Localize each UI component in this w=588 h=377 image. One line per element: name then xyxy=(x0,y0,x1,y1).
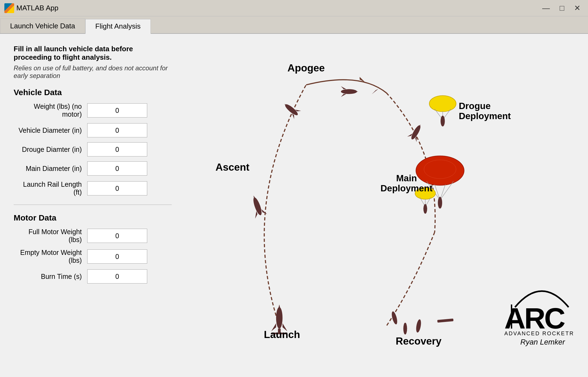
instruction-main: Fill in all launch vehicle data before p… xyxy=(14,45,172,62)
label-recovery: Recovery xyxy=(396,335,441,347)
field-drouge-diameter: Drouge Diamter (in) xyxy=(14,142,172,156)
label-apogee: Apogee xyxy=(287,62,325,74)
svg-text:Ryan Lemker: Ryan Lemker xyxy=(520,338,565,346)
instruction-sub: Relies on use of full battery, and does … xyxy=(14,64,172,80)
tab-bar: Launch Vehicle Data Flight Analysis xyxy=(0,16,588,34)
label-ascent: Ascent xyxy=(215,161,249,173)
vehicle-data-title: Vehicle Data xyxy=(14,88,172,97)
label-main-2: Deployment xyxy=(381,183,433,193)
field-launch-rail: Launch Rail Length (ft) xyxy=(14,180,172,196)
label-vehicle-diameter: Vehicle Diameter (in) xyxy=(14,126,87,134)
label-drogue-1: Drogue xyxy=(459,101,491,111)
matlab-icon xyxy=(4,3,14,13)
label-full-motor-weight: Full Motor Weight (lbs) xyxy=(14,228,87,244)
input-full-motor-weight[interactable] xyxy=(87,229,147,243)
svg-point-29 xyxy=(416,156,464,185)
flight-svg: Apogee Drogue Deployment Ascent Main Dep… xyxy=(172,45,574,366)
input-drouge-diameter[interactable] xyxy=(87,142,147,156)
field-burn-time: Burn Time (s) xyxy=(14,269,172,283)
right-panel: Apogee Drogue Deployment Ascent Main Dep… xyxy=(172,45,574,366)
label-drouge-diameter: Drouge Diamter (in) xyxy=(14,146,87,153)
svg-text:ADVANCED   ROCKETRY   CLUB: ADVANCED ROCKETRY CLUB xyxy=(504,330,574,336)
close-button[interactable]: ✕ xyxy=(572,2,583,14)
label-main-diameter: Main Diameter (in) xyxy=(14,165,87,173)
label-drogue-2: Deployment xyxy=(459,111,511,121)
maximize-button[interactable]: □ xyxy=(557,2,566,14)
field-main-diameter: Main Diameter (in) xyxy=(14,161,172,176)
svg-point-6 xyxy=(252,197,263,216)
tab-flight-analysis[interactable]: Flight Analysis xyxy=(85,19,151,34)
svg-text:ARC: ARC xyxy=(504,302,565,335)
svg-rect-46 xyxy=(437,319,454,323)
field-empty-motor-weight: Empty Motor Weight (lbs) xyxy=(14,249,172,264)
label-launch-rail: Launch Rail Length (ft) xyxy=(14,180,87,196)
input-launch-rail[interactable] xyxy=(87,181,147,195)
left-panel: Fill in all launch vehicle data before p… xyxy=(14,45,172,366)
svg-marker-9 xyxy=(261,208,267,216)
input-weight[interactable] xyxy=(87,103,147,117)
svg-point-44 xyxy=(415,319,422,333)
label-weight: Weight (lbs) (no motor) xyxy=(14,102,87,118)
label-main-1: Main xyxy=(396,173,417,183)
svg-marker-17 xyxy=(341,94,346,97)
svg-point-42 xyxy=(391,311,398,325)
input-main-diameter[interactable] xyxy=(87,161,147,176)
svg-marker-7 xyxy=(252,195,259,205)
minimize-button[interactable]: — xyxy=(540,2,552,14)
window-controls: — □ ✕ xyxy=(540,2,583,14)
input-vehicle-diameter[interactable] xyxy=(87,123,147,137)
motor-data-title: Motor Data xyxy=(14,213,172,222)
label-burn-time: Burn Time (s) xyxy=(14,273,87,281)
field-weight: Weight (lbs) (no motor) xyxy=(14,102,172,118)
svg-marker-18 xyxy=(372,89,379,94)
field-full-motor-weight: Full Motor Weight (lbs) xyxy=(14,228,172,244)
svg-marker-16 xyxy=(341,86,346,89)
input-empty-motor-weight[interactable] xyxy=(87,249,147,264)
flight-diagram: Apogee Drogue Deployment Ascent Main Dep… xyxy=(172,45,574,366)
label-empty-motor-weight: Empty Motor Weight (lbs) xyxy=(14,249,87,264)
field-vehicle-diameter: Vehicle Diameter (in) xyxy=(14,123,172,137)
divider xyxy=(14,204,172,205)
svg-point-41 xyxy=(423,204,427,214)
input-burn-time[interactable] xyxy=(87,269,147,283)
label-launch: Launch xyxy=(264,329,300,340)
title-bar: MATLAB App — □ ✕ xyxy=(0,0,588,16)
main-content: Fill in all launch vehicle data before p… xyxy=(0,34,588,377)
svg-point-23 xyxy=(429,96,456,112)
tab-launch-vehicle-data[interactable]: Launch Vehicle Data xyxy=(0,19,85,33)
app-title: MATLAB App xyxy=(16,4,58,12)
